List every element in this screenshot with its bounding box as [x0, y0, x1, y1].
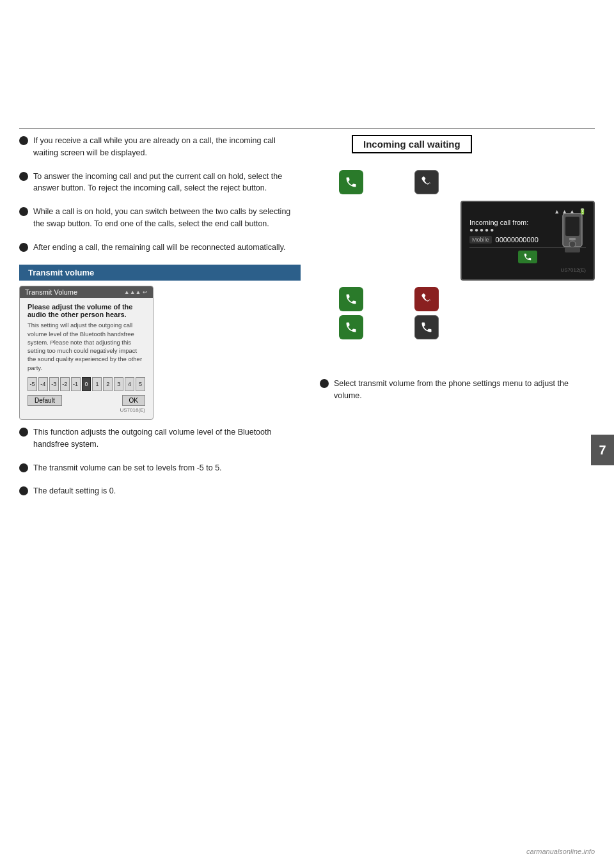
svg-rect-1: [565, 217, 579, 236]
bullet-item-2: To answer the incoming call and put the …: [19, 171, 301, 195]
right-bullet-item: Select transmit volume from the phone se…: [313, 378, 595, 402]
transmit-title-bar: Transmit Volume ▲▲▲ ↩: [20, 286, 153, 298]
transmit-volume-screen: Transmit Volume ▲▲▲ ↩ Please adjust the …: [19, 286, 154, 420]
vol-step-5[interactable]: 5: [136, 377, 145, 391]
answer2-button-icon[interactable]: [339, 315, 363, 339]
volume-slider-row: -5 -4 -3 -2 -1 0 1 2 3 4 5: [28, 377, 145, 391]
svg-rect-2: [569, 238, 576, 240]
right-column: Incoming call waiting: [313, 135, 595, 509]
bullet-item-3: While a call is on hold, you can switch …: [19, 206, 301, 230]
reject-icon-group: [414, 170, 439, 194]
bullet-dot-5: [19, 428, 28, 437]
phone-number: 00000000000: [496, 236, 539, 244]
phone-screen-wrapper: ▲▲▲ 🔋 Incoming call from: ●●●●● Mobile 0…: [326, 201, 595, 281]
bullet-text-7: The default setting is 0.: [33, 485, 116, 497]
transmit-signal-icons: ▲▲▲ ↩: [124, 289, 148, 295]
section-tab: 7: [591, 435, 614, 465]
bullet-text-2: To answer the incoming call and put the …: [33, 171, 301, 195]
transmit-body-text: This setting will adjust the outgoing ca…: [28, 321, 145, 372]
default-button[interactable]: Default: [28, 395, 62, 406]
answer2-icon-group: [339, 315, 363, 339]
transmit-footer: Default OK: [28, 395, 145, 406]
vol-step-neg4[interactable]: -4: [38, 377, 48, 391]
transmit-watermark: US7016(E): [28, 407, 145, 413]
right-bullet-dot: [320, 379, 329, 388]
vol-step-neg3[interactable]: -3: [49, 377, 59, 391]
mobile-label: Mobile: [469, 236, 492, 244]
end-call-icon-group: [414, 287, 439, 311]
transmit-body-title: Please adjust the volume of the audio th…: [28, 303, 145, 318]
answer-icon-group: [339, 170, 363, 194]
top-rule: [19, 128, 595, 128]
vol-step-neg5[interactable]: -5: [28, 377, 37, 391]
icons-row-3: [339, 315, 595, 339]
vol-step-neg1[interactable]: -1: [71, 377, 81, 391]
bullet-dot-6: [19, 463, 28, 472]
bullet-dot-1: [19, 136, 28, 145]
vol-step-0[interactable]: 0: [82, 377, 91, 391]
vol-step-3[interactable]: 3: [114, 377, 123, 391]
svg-point-3: [569, 241, 576, 247]
page-container: 7 If you receive a call while you are al…: [0, 0, 614, 868]
answer-button-icon[interactable]: [339, 170, 363, 194]
bullet-item-7: The default setting is 0.: [19, 485, 301, 497]
bullet-dot-2: [19, 172, 28, 181]
vol-step-4[interactable]: 4: [125, 377, 134, 391]
bullet-dot-7: [19, 486, 28, 495]
end-call-button-icon[interactable]: [414, 287, 439, 311]
bullet-item-5: This function adjusts the outgoing call …: [19, 426, 301, 451]
icons-row-1: [339, 170, 595, 194]
bullet-text-1: If you receive a call while you are alre…: [33, 135, 301, 159]
content-area: If you receive a call while you are alre…: [0, 135, 614, 509]
incoming-call-heading: Incoming call waiting: [352, 135, 472, 153]
reject-button-icon[interactable]: [414, 170, 439, 194]
bullet-dot-3: [19, 207, 28, 216]
incoming-call-screen: ▲▲▲ 🔋 Incoming call from: ●●●●● Mobile 0…: [460, 201, 595, 281]
bullet-text-3: While a call is on hold, you can switch …: [33, 206, 301, 230]
vol-step-2[interactable]: 2: [103, 377, 113, 391]
svg-rect-4: [565, 247, 580, 252]
ok-button[interactable]: OK: [122, 395, 145, 406]
screen-answer-btn[interactable]: [518, 251, 537, 263]
bullet-item-4: After ending a call, the remaining call …: [19, 242, 301, 254]
phone-screen-watermark: US7012(E): [469, 267, 586, 273]
bullet-dot-4: [19, 243, 28, 252]
bullet-text-5: This function adjusts the outgoing call …: [33, 426, 301, 451]
transmit-title: Transmit Volume: [25, 288, 77, 296]
swap-button-icon[interactable]: [339, 287, 363, 311]
vol-step-neg2[interactable]: -2: [60, 377, 70, 391]
bullet-text-4: After ending a call, the remaining call …: [33, 242, 285, 254]
bullet-text-6: The transmit volume can be set to levels…: [33, 462, 222, 474]
reject2-icon-group: [414, 315, 439, 339]
icons-row-2: [339, 287, 595, 311]
swap-icon-group: [339, 287, 363, 311]
bullet-item-1: If you receive a call while you are alre…: [19, 135, 301, 159]
phone-device-image: [560, 212, 588, 256]
reject2-button-icon[interactable]: [414, 315, 439, 339]
bullet-item-6: The transmit volume can be set to levels…: [19, 462, 301, 474]
left-column: If you receive a call while you are alre…: [19, 135, 301, 509]
right-bullet-text: Select transmit volume from the phone se…: [334, 378, 595, 402]
bottom-logo: carmanualsonline.info: [526, 848, 595, 855]
section-bar: Transmit volume: [19, 265, 301, 281]
vol-step-1[interactable]: 1: [92, 377, 102, 391]
